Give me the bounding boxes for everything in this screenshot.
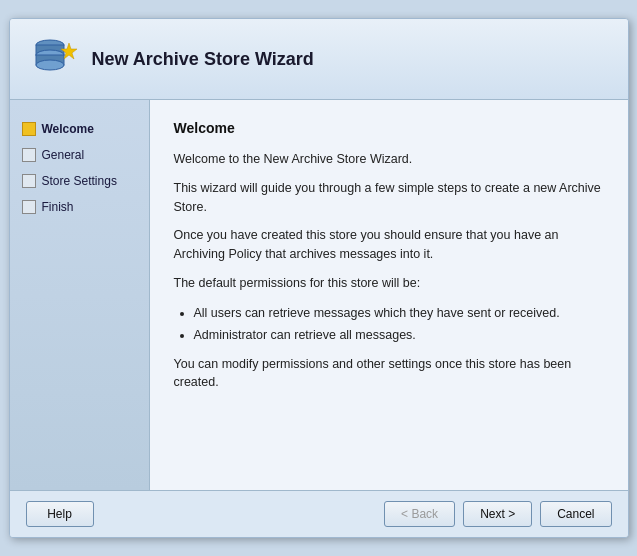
content-paragraph-2: This wizard will guide you through a few…	[174, 179, 604, 217]
sidebar-item-store-settings[interactable]: Store Settings	[10, 168, 149, 194]
cancel-button[interactable]: Cancel	[540, 501, 611, 527]
wizard-container: New Archive Store Wizard Welcome General…	[9, 18, 629, 538]
svg-point-4	[36, 60, 64, 70]
wizard-body: Welcome General Store Settings Finish We…	[10, 100, 628, 490]
sidebar-dot-general	[22, 148, 36, 162]
sidebar-item-welcome[interactable]: Welcome	[10, 116, 149, 142]
content-paragraph-1: Welcome to the New Archive Store Wizard.	[174, 150, 604, 169]
sidebar-dot-finish	[22, 200, 36, 214]
next-button[interactable]: Next >	[463, 501, 532, 527]
content-title: Welcome	[174, 120, 604, 136]
wizard-header: New Archive Store Wizard	[10, 19, 628, 100]
wizard-sidebar: Welcome General Store Settings Finish	[10, 100, 150, 490]
wizard-content: Welcome Welcome to the New Archive Store…	[150, 100, 628, 490]
list-item-1: All users can retrieve messages which th…	[194, 303, 604, 323]
sidebar-label-welcome: Welcome	[42, 122, 94, 136]
wizard-title: New Archive Store Wizard	[92, 49, 314, 70]
sidebar-item-general[interactable]: General	[10, 142, 149, 168]
footer-nav-buttons: < Back Next > Cancel	[384, 501, 611, 527]
content-paragraph-3: Once you have created this store you sho…	[174, 226, 604, 264]
sidebar-label-general: General	[42, 148, 85, 162]
content-permissions-list: All users can retrieve messages which th…	[194, 303, 604, 345]
sidebar-label-finish: Finish	[42, 200, 74, 214]
content-paragraph-4: The default permissions for this store w…	[174, 274, 604, 293]
sidebar-dot-welcome	[22, 122, 36, 136]
content-paragraph-5: You can modify permissions and other set…	[174, 355, 604, 393]
sidebar-dot-store-settings	[22, 174, 36, 188]
help-button[interactable]: Help	[26, 501, 94, 527]
sidebar-item-finish[interactable]: Finish	[10, 194, 149, 220]
list-item-2: Administrator can retrieve all messages.	[194, 325, 604, 345]
sidebar-label-store-settings: Store Settings	[42, 174, 117, 188]
back-button[interactable]: < Back	[384, 501, 455, 527]
wizard-footer: Help < Back Next > Cancel	[10, 490, 628, 537]
wizard-header-icon	[30, 35, 78, 83]
